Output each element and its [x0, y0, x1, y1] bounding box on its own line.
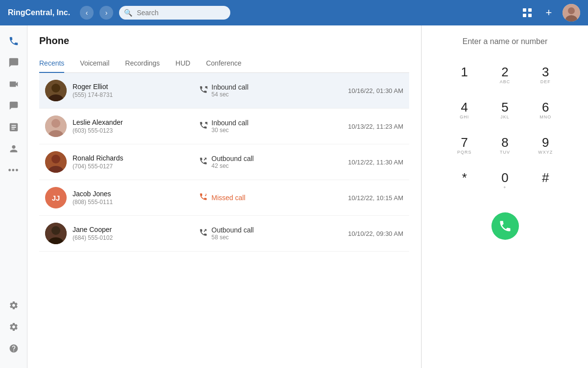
contact-info: Jacob Jones (808) 555-0111	[73, 190, 199, 206]
dialpad-num: 1	[461, 66, 468, 78]
contact-number: (808) 555-0111	[73, 199, 199, 206]
tab-hud[interactable]: HUD	[175, 54, 190, 73]
svg-rect-2	[523, 14, 526, 17]
call-type-info: Outbound call 42 sec	[212, 155, 254, 169]
call-row[interactable]: Ronald Richards (704) 555-0127 Outbound …	[39, 144, 409, 180]
roger-avatar-image	[45, 80, 67, 101]
dialpad-key-1[interactable]: 1	[446, 60, 483, 91]
dialpad-key-3[interactable]: 3 DEF	[527, 60, 564, 91]
outbound-call-icon	[199, 157, 208, 167]
add-button[interactable]: +	[541, 5, 557, 21]
call-row[interactable]: Jane Cooper (684) 555-0102 Outbound call…	[39, 216, 409, 252]
inbound-call-icon	[199, 85, 208, 96]
call-time: 10/13/22, 11:23 AM	[325, 123, 403, 130]
call-duration: 54 sec	[212, 91, 249, 98]
call-type-label: Inbound call	[212, 83, 249, 91]
phone-inbound-icon	[199, 85, 208, 94]
dialpad-key-7[interactable]: 7 PQRS	[446, 130, 483, 161]
tab-recents[interactable]: Recents	[39, 54, 64, 73]
sidebar-item-chat[interactable]	[4, 96, 24, 115]
search-wrap: 🔍	[119, 6, 305, 20]
search-icon: 🔍	[124, 9, 132, 17]
notes-icon	[8, 122, 19, 133]
dialpad-letters: MNO	[539, 115, 551, 120]
contact-info: Roger Elliot (555) 174-8731	[73, 83, 199, 98]
sidebar-item-video[interactable]	[4, 74, 24, 94]
contact-info: Leslie Alexander (603) 555-0123	[73, 118, 199, 134]
svg-rect-1	[528, 8, 532, 12]
dialpad-panel: Enter a name or number 1 2 ABC 3 DEF	[421, 25, 588, 368]
dialpad-num: #	[542, 171, 549, 184]
dialpad-letters: +	[503, 185, 506, 191]
contact-name: Leslie Alexander	[73, 118, 199, 126]
sidebar-item-more[interactable]: •••	[4, 161, 24, 180]
dialpad-key-5[interactable]: 5 JKL	[487, 95, 523, 126]
call-time: 10/10/22, 09:30 AM	[325, 230, 403, 237]
dialpad-key-star[interactable]: *	[446, 165, 483, 197]
dialpad-key-2[interactable]: 2 ABC	[487, 60, 523, 91]
user-avatar[interactable]	[563, 4, 580, 22]
phone-icon	[8, 36, 19, 46]
dialpad-key-4[interactable]: 4 GHI	[446, 95, 483, 126]
jane-avatar-image	[45, 223, 67, 244]
tabs-bar: Recents Voicemail Recordings HUD Confere…	[39, 54, 409, 73]
sidebar-item-phone[interactable]	[4, 31, 24, 51]
contact-name: Roger Elliot	[73, 83, 199, 91]
sidebar-item-settings[interactable]	[4, 317, 24, 337]
contact-number: (704) 555-0127	[73, 163, 199, 170]
call-type-label: Outbound call	[212, 226, 254, 234]
sidebar-item-messages[interactable]	[4, 53, 24, 72]
contact-name: Jacob Jones	[73, 190, 199, 198]
missed-call-icon	[199, 192, 208, 203]
tab-voicemail[interactable]: Voicemail	[80, 54, 109, 73]
leslie-avatar-image	[45, 115, 67, 137]
call-row[interactable]: Roger Elliot (555) 174-8731 Inbound call…	[39, 73, 409, 109]
sidebar-item-help[interactable]	[4, 339, 24, 358]
dialpad-key-9[interactable]: 9 WXYZ	[527, 130, 564, 161]
dialpad-num: 4	[461, 101, 468, 114]
call-button-icon	[498, 219, 512, 233]
call-row[interactable]: Leslie Alexander (603) 555-0123 Inbound …	[39, 109, 409, 144]
tab-conference[interactable]: Conference	[206, 54, 241, 73]
call-duration: 42 sec	[212, 162, 254, 169]
sidebar-item-notes[interactable]	[4, 117, 24, 137]
call-row[interactable]: JJ Jacob Jones (808) 555-0111 Mi	[39, 180, 409, 216]
call-type-label: Inbound call	[212, 119, 249, 127]
svg-point-5	[568, 7, 575, 14]
phone-inbound-icon2	[199, 121, 208, 130]
dialpad-key-hash[interactable]: #	[527, 165, 564, 197]
avatar	[45, 151, 67, 173]
svg-point-14	[51, 155, 60, 163]
dialpad-num: 2	[501, 66, 508, 78]
dialpad-key-6[interactable]: 6 MNO	[527, 95, 564, 126]
call-time: 10/16/22, 01:30 AM	[325, 87, 403, 94]
grid-icon-button[interactable]	[519, 5, 535, 21]
left-sidebar: •••	[0, 25, 27, 368]
call-button[interactable]	[491, 212, 519, 240]
call-type: Outbound call 58 sec	[199, 226, 325, 241]
svg-rect-3	[528, 14, 532, 17]
contact-number: (603) 555-0123	[73, 127, 199, 134]
nav-back-button[interactable]: ‹	[80, 6, 94, 20]
dialpad-key-8[interactable]: 8 TUV	[487, 130, 523, 161]
grid-icon	[522, 8, 532, 18]
dialpad-letters: PQRS	[457, 150, 472, 156]
sidebar-item-contacts[interactable]	[4, 139, 24, 159]
help-icon	[9, 344, 19, 353]
contact-info: Jane Cooper (684) 555-0102	[73, 226, 199, 241]
nav-forward-button[interactable]: ›	[99, 6, 113, 20]
phone-panel: Phone Recents Voicemail Recordings HUD C…	[27, 25, 421, 368]
dialpad-num: 7	[461, 136, 468, 149]
dialpad-key-0[interactable]: 0 +	[487, 165, 523, 197]
phone-missed-icon	[199, 192, 208, 201]
tab-recordings[interactable]: Recordings	[125, 54, 160, 73]
contact-info: Ronald Richards (704) 555-0127	[73, 154, 199, 170]
ronald-avatar-image	[45, 151, 67, 173]
dialpad-letters: WXYZ	[538, 150, 553, 156]
svg-rect-0	[523, 8, 526, 12]
sidebar-item-integrations[interactable]	[4, 296, 24, 315]
dialpad-num: *	[462, 171, 467, 184]
call-list: Roger Elliot (555) 174-8731 Inbound call…	[39, 73, 409, 252]
call-type: Missed call	[199, 192, 325, 203]
search-input[interactable]	[119, 6, 230, 20]
